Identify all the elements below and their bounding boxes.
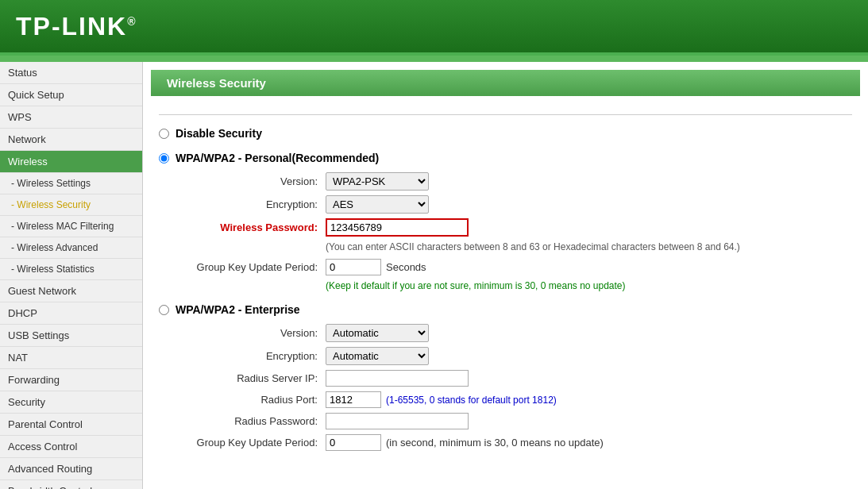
wpa-groupkey-unit: Seconds	[386, 261, 426, 273]
ent-encryption-row: Encryption: Automatic AES TKIP	[183, 347, 852, 365]
wpa-groupkey-input[interactable]	[326, 259, 381, 275]
ent-radius-port-hint: (1-65535, 0 stands for default port 1812…	[386, 395, 557, 406]
ent-version-label: Version:	[183, 327, 326, 339]
disable-security-section: Disable Security	[159, 127, 852, 140]
sidebar: Status Quick Setup WPS Network Wireless …	[0, 62, 143, 489]
sidebar-wireless-statistics[interactable]: - Wireless Statistics	[0, 259, 142, 280]
sidebar-security[interactable]: Security	[0, 391, 142, 414]
wpa-password-hint: (You can enter ASCII characters between …	[326, 241, 852, 252]
ent-radius-pw-label: Radius Password:	[183, 415, 326, 427]
ent-radius-ip-label: Radius Server IP:	[183, 372, 326, 384]
wpa-encryption-label: Encryption:	[183, 198, 326, 210]
header: TP-LINK®	[0, 0, 868, 56]
ent-radius-port-input[interactable]	[326, 391, 381, 408]
section-divider	[159, 114, 852, 115]
sidebar-wireless-mac[interactable]: - Wireless MAC Filtering	[0, 216, 142, 237]
ent-encryption-select[interactable]: Automatic AES TKIP	[326, 347, 429, 365]
sidebar-quick-setup[interactable]: Quick Setup	[0, 84, 142, 106]
ent-groupkey-hint: (in second, minimum is 30, 0 means no up…	[386, 437, 604, 449]
layout: Status Quick Setup WPS Network Wireless …	[0, 62, 868, 489]
wpa-password-input[interactable]	[326, 218, 469, 237]
wpa-encryption-select[interactable]: AES TKIP Automatic	[326, 195, 429, 214]
green-bar	[0, 56, 868, 62]
ent-version-row: Version: Automatic WPA WPA2	[183, 324, 852, 342]
sidebar-parental[interactable]: Parental Control	[0, 414, 142, 436]
sidebar-wireless-settings[interactable]: - Wireless Settings	[0, 173, 142, 194]
sidebar-wps[interactable]: WPS	[0, 106, 142, 129]
sidebar-wireless-advanced[interactable]: - Wireless Advanced	[0, 237, 142, 259]
sidebar-access[interactable]: Access Control	[0, 436, 142, 458]
logo-text: TP-LINK	[16, 12, 127, 40]
sidebar-routing[interactable]: Advanced Routing	[0, 458, 142, 480]
sidebar-wireless-security[interactable]: - Wireless Security	[0, 194, 142, 216]
wpa-enterprise-section: WPA/WPA2 - Enterprise Version: Automatic…	[159, 303, 852, 451]
ent-radius-pw-input[interactable]	[326, 413, 469, 429]
wpa-enterprise-radio[interactable]	[159, 305, 169, 315]
wpa-groupkey-label: Group Key Update Period:	[183, 261, 326, 273]
wpa-password-row: Wireless Password:	[183, 218, 852, 237]
wpa-version-select[interactable]: WPA2-PSK WPA-PSK Automatic	[326, 172, 429, 191]
wpa-groupkey-row: Group Key Update Period: Seconds	[183, 259, 852, 275]
disable-security-header: Disable Security	[159, 127, 852, 140]
wpa-encryption-row: Encryption: AES TKIP Automatic	[183, 195, 852, 214]
wpa-personal-section: WPA/WPA2 - Personal(Recommended) Version…	[159, 152, 852, 291]
wpa-version-row: Version: WPA2-PSK WPA-PSK Automatic	[183, 172, 852, 191]
sidebar-bandwidth[interactable]: Bandwidth Control	[0, 480, 142, 489]
page-title-bar: Wireless Security	[151, 70, 860, 96]
logo: TP-LINK®	[16, 12, 137, 41]
ent-radius-pw-row: Radius Password:	[183, 413, 852, 429]
logo-reg: ®	[127, 15, 137, 28]
ent-version-select[interactable]: Automatic WPA WPA2	[326, 324, 429, 342]
content-area: Disable Security WPA/WPA2 - Personal(Rec…	[143, 96, 868, 475]
main-content: Wireless Security Disable Security WPA/W…	[143, 62, 868, 489]
wpa-version-label: Version:	[183, 175, 326, 187]
sidebar-wireless[interactable]: Wireless	[0, 151, 142, 173]
disable-security-label: Disable Security	[176, 127, 262, 140]
ent-groupkey-input[interactable]	[326, 434, 381, 451]
ent-radius-port-row: Radius Port: (1-65535, 0 stands for defa…	[183, 391, 852, 408]
sidebar-usb[interactable]: USB Settings	[0, 325, 142, 347]
ent-groupkey-label: Group Key Update Period:	[183, 437, 326, 449]
ent-radius-ip-input[interactable]	[326, 370, 469, 387]
sidebar-status[interactable]: Status	[0, 62, 142, 84]
ent-groupkey-row: Group Key Update Period: (in second, min…	[183, 434, 852, 451]
ent-radius-ip-row: Radius Server IP:	[183, 370, 852, 387]
wpa-enterprise-label: WPA/WPA2 - Enterprise	[176, 303, 300, 316]
sidebar-network[interactable]: Network	[0, 129, 142, 151]
wpa-personal-label: WPA/WPA2 - Personal(Recommended)	[176, 152, 379, 164]
wpa-enterprise-header: WPA/WPA2 - Enterprise	[159, 303, 852, 316]
wpa-personal-header: WPA/WPA2 - Personal(Recommended)	[159, 152, 852, 164]
wpa-groupkey-hint: (Keep it default if you are not sure, mi…	[326, 280, 852, 291]
sidebar-dhcp[interactable]: DHCP	[0, 302, 142, 325]
disable-security-radio[interactable]	[159, 129, 169, 139]
wpa-personal-radio[interactable]	[159, 153, 169, 164]
sidebar-nat[interactable]: NAT	[0, 347, 142, 369]
page-title: Wireless Security	[167, 76, 266, 90]
ent-radius-port-label: Radius Port:	[183, 394, 326, 406]
wpa-password-label: Wireless Password:	[183, 221, 326, 233]
sidebar-guest-network[interactable]: Guest Network	[0, 280, 142, 302]
sidebar-forwarding[interactable]: Forwarding	[0, 369, 142, 391]
ent-encryption-label: Encryption:	[183, 350, 326, 362]
